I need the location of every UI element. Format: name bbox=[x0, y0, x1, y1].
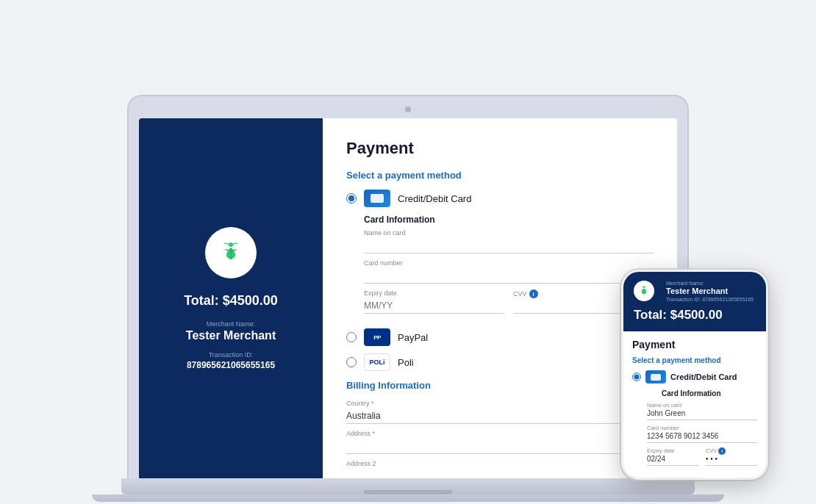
merchant-name-label: Merchant Name: bbox=[207, 320, 256, 328]
scene: Total: $4500.00 Merchant Name: Tester Me… bbox=[4, 2, 812, 502]
address2-label: Address 2 bbox=[346, 460, 654, 467]
country-select[interactable]: Australia United States United Kingdom bbox=[346, 408, 654, 424]
mobile-name-value: John Green bbox=[647, 409, 757, 420]
laptop-base bbox=[121, 478, 695, 494]
mobile-total: Total: $4500.00 bbox=[634, 308, 756, 323]
expiry-cvv-row: Expiry date CVV i bbox=[364, 289, 654, 320]
cvv-label-text: CVV bbox=[513, 290, 527, 298]
page-title: Payment bbox=[346, 139, 654, 158]
mobile-merchant-logo-icon bbox=[637, 284, 651, 298]
mobile-cvv-field: CVV i • • • bbox=[706, 447, 757, 470]
card-info-title: Card Information bbox=[364, 215, 654, 225]
mobile-cvv-value: • • • bbox=[706, 455, 757, 466]
mobile-merchant-name-label: Merchant Name: bbox=[666, 281, 754, 286]
mobile-card-info-title: Card Information bbox=[662, 389, 757, 397]
poli-label: Poli bbox=[398, 357, 414, 368]
mobile-cvv-info-icon[interactable]: i bbox=[718, 447, 726, 455]
laptop-screen: Total: $4500.00 Merchant Name: Tester Me… bbox=[139, 118, 677, 478]
mobile-expiry-label: Expiry date bbox=[647, 447, 698, 454]
mobile-name-label: Name on card bbox=[647, 402, 757, 408]
svg-point-3 bbox=[643, 286, 645, 288]
mobile-cvv-label-text: CVV bbox=[706, 447, 717, 454]
paypal-method: PP PayPal bbox=[346, 328, 654, 346]
mobile-transaction-value: 878965621065655165 bbox=[702, 297, 754, 302]
card-number-label: Card number bbox=[364, 259, 654, 267]
merchant-logo-icon bbox=[215, 237, 246, 268]
name-on-card-label: Name on card bbox=[364, 229, 654, 237]
billing-section: Billing Information Country * Australia … bbox=[346, 380, 654, 478]
country-label: Country * bbox=[346, 400, 654, 407]
address-label: Address * bbox=[346, 430, 654, 437]
poli-method: POLi Poli bbox=[346, 353, 654, 371]
paypal-radio[interactable] bbox=[346, 332, 357, 342]
mobile-device-wrapper: Merchant Name: Tester Merchant Transacti… bbox=[621, 270, 768, 480]
transaction-id-label: Transaction ID: bbox=[209, 351, 254, 359]
mobile-transaction-label: Transaction ID: bbox=[666, 297, 701, 302]
mobile-card-info-section: Card Information Name on card John Green… bbox=[647, 389, 757, 470]
expiry-field: Expiry date bbox=[364, 289, 504, 320]
merchant-logo bbox=[205, 227, 257, 278]
credit-card-label: Credit/Debit Card bbox=[398, 193, 471, 204]
country-select-wrapper: Australia United States United Kingdom bbox=[346, 408, 654, 430]
mobile-device: Merchant Name: Tester Merchant Transacti… bbox=[621, 270, 768, 480]
credit-card-radio[interactable] bbox=[346, 193, 357, 204]
mobile-card-icon bbox=[645, 370, 666, 384]
credit-card-method: Credit/Debit Card bbox=[346, 190, 654, 207]
credit-card-icon bbox=[364, 190, 390, 207]
mobile-header: Merchant Name: Tester Merchant Transacti… bbox=[623, 272, 766, 331]
mobile-card-method-label: Credit/Debit Card bbox=[670, 372, 737, 381]
card-info-section: Card Information Name on card Card numbe… bbox=[364, 215, 654, 320]
laptop-camera bbox=[405, 107, 411, 112]
expiry-label: Expiry date bbox=[364, 289, 504, 297]
mobile-merchant-logo bbox=[634, 281, 654, 301]
mobile-cvv-label-row: CVV i bbox=[706, 447, 757, 455]
poli-icon: POLi bbox=[364, 353, 390, 371]
mobile-body: Payment Select a payment method Credit/D… bbox=[623, 331, 766, 478]
name-on-card-input[interactable] bbox=[364, 238, 654, 253]
mobile-expiry-value: 02/24 bbox=[647, 455, 698, 466]
transaction-id: 878965621065655165 bbox=[187, 360, 275, 370]
mobile-payment-title: Payment bbox=[632, 339, 757, 350]
mobile-transaction-id: Transaction ID: 878965621065655165 bbox=[666, 297, 754, 302]
laptop-foot bbox=[92, 494, 724, 502]
mobile-card-number-label: Card number bbox=[647, 425, 757, 431]
select-method-label: Select a payment method bbox=[346, 170, 654, 181]
laptop-screen-outer: Total: $4500.00 Merchant Name: Tester Me… bbox=[129, 96, 687, 478]
left-panel: Total: $4500.00 Merchant Name: Tester Me… bbox=[139, 118, 323, 478]
expiry-input[interactable] bbox=[364, 298, 504, 314]
laptop: Total: $4500.00 Merchant Name: Tester Me… bbox=[121, 96, 695, 502]
mobile-select-method-label: Select a payment method bbox=[632, 356, 757, 364]
paypal-label: PayPal bbox=[398, 332, 428, 343]
mobile-expiry-cvv-row: Expiry date 02/24 CVV i • • • bbox=[647, 447, 757, 470]
mobile-card-number-value: 1234 5678 9012 3456 bbox=[647, 432, 757, 443]
mobile-credit-card-method: Credit/Debit Card bbox=[632, 370, 757, 384]
cvv-info-icon[interactable]: i bbox=[529, 289, 538, 298]
poli-radio[interactable] bbox=[346, 357, 357, 367]
mobile-merchant-name: Tester Merchant bbox=[666, 287, 754, 295]
address2-input[interactable] bbox=[346, 469, 654, 478]
mobile-credit-card-radio[interactable] bbox=[632, 372, 641, 381]
card-number-input[interactable] bbox=[364, 268, 654, 284]
paypal-icon: PP bbox=[364, 328, 390, 346]
svg-point-1 bbox=[229, 242, 233, 247]
mobile-expiry-field: Expiry date 02/24 bbox=[647, 447, 698, 470]
merchant-name: Tester Merchant bbox=[186, 329, 276, 342]
mobile-merchant-info: Merchant Name: Tester Merchant Transacti… bbox=[666, 281, 754, 308]
address-input[interactable] bbox=[346, 439, 654, 454]
billing-title: Billing Information bbox=[346, 380, 654, 391]
total-amount: Total: $4500.00 bbox=[184, 293, 278, 309]
